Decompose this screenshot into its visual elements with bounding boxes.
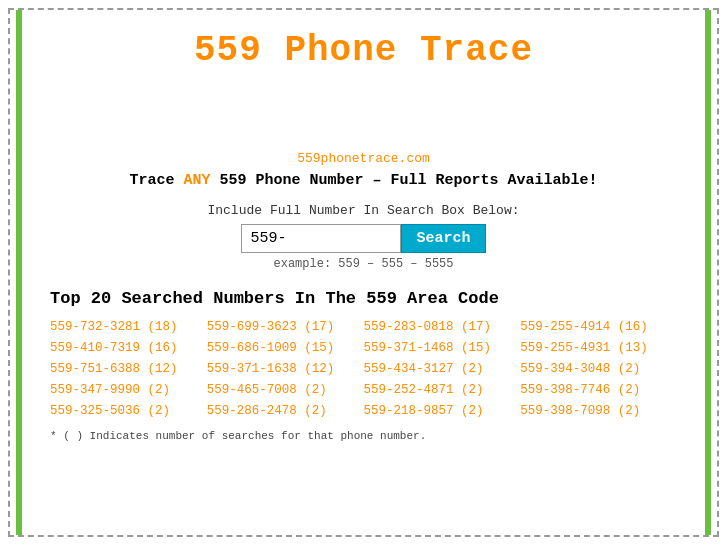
main-content: 559 Phone Trace 559phonetrace.com Trace …: [10, 10, 717, 462]
green-border-left: [16, 10, 22, 535]
number-link[interactable]: 559-751-6388 (12): [50, 360, 207, 378]
tagline: Trace ANY 559 Phone Number – Full Report…: [50, 172, 677, 189]
number-link[interactable]: 559-255-4931 (13): [520, 339, 677, 357]
search-row: Search: [50, 224, 677, 253]
number-link[interactable]: 559-686-1009 (15): [207, 339, 364, 357]
number-link[interactable]: 559-398-7746 (2): [520, 381, 677, 399]
search-button[interactable]: Search: [401, 224, 485, 253]
number-link[interactable]: 559-394-3048 (2): [520, 360, 677, 378]
number-link[interactable]: 559-218-9857 (2): [364, 402, 521, 420]
tagline-suffix: 559 Phone Number – Full Reports Availabl…: [210, 172, 597, 189]
number-link[interactable]: 559-465-7008 (2): [207, 381, 364, 399]
number-link[interactable]: 559-434-3127 (2): [364, 360, 521, 378]
number-link[interactable]: 559-398-7098 (2): [520, 402, 677, 420]
number-link[interactable]: 559-371-1638 (12): [207, 360, 364, 378]
green-border-right: [705, 10, 711, 535]
number-link[interactable]: 559-283-0818 (17): [364, 318, 521, 336]
numbers-grid: 559-732-3281 (18)559-699-3623 (17)559-28…: [50, 318, 677, 420]
number-link[interactable]: 559-252-4871 (2): [364, 381, 521, 399]
search-label: Include Full Number In Search Box Below:: [50, 203, 677, 218]
number-link[interactable]: 559-410-7319 (16): [50, 339, 207, 357]
search-example: example: 559 – 555 – 5555: [50, 257, 677, 271]
number-link[interactable]: 559-325-5036 (2): [50, 402, 207, 420]
site-url: 559phonetrace.com: [50, 151, 677, 166]
page-title: 559 Phone Trace: [50, 30, 677, 71]
tagline-any: ANY: [183, 172, 210, 189]
search-input[interactable]: [241, 224, 401, 253]
outer-border: 559 Phone Trace 559phonetrace.com Trace …: [8, 8, 719, 537]
number-link[interactable]: 559-732-3281 (18): [50, 318, 207, 336]
number-link[interactable]: 559-347-9990 (2): [50, 381, 207, 399]
number-link[interactable]: 559-699-3623 (17): [207, 318, 364, 336]
number-link[interactable]: 559-371-1468 (15): [364, 339, 521, 357]
footnote: * ( ) Indicates number of searches for t…: [50, 430, 677, 442]
number-link[interactable]: 559-255-4914 (16): [520, 318, 677, 336]
number-link[interactable]: 559-286-2478 (2): [207, 402, 364, 420]
tagline-prefix: Trace: [129, 172, 183, 189]
top-numbers-heading: Top 20 Searched Numbers In The 559 Area …: [50, 289, 677, 308]
